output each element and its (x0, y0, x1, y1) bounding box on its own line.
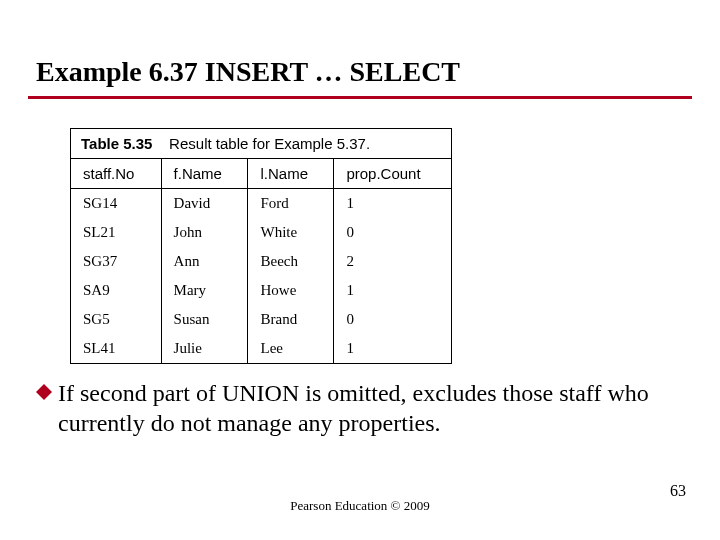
bullet-item: If second part of UNION is omitted, excl… (36, 378, 684, 438)
cell: Julie (161, 334, 248, 364)
cell: Beech (248, 247, 334, 276)
result-table-container: Table 5.35 Result table for Example 5.37… (70, 128, 452, 364)
table-caption-label: Table 5.35 (81, 135, 152, 152)
cell: David (161, 189, 248, 219)
table-caption-text: Result table for Example 5.37. (169, 135, 370, 152)
cell: Howe (248, 276, 334, 305)
table-row: SA9 Mary Howe 1 (71, 276, 452, 305)
diamond-bullet-icon (36, 384, 52, 400)
footer-text: Pearson Education © 2009 (0, 498, 720, 514)
cell: John (161, 218, 248, 247)
table-caption: Table 5.35 Result table for Example 5.37… (70, 128, 452, 158)
slide: Example 6.37 INSERT … SELECT Table 5.35 … (0, 0, 720, 540)
cell: 1 (334, 276, 452, 305)
table-header-row: staff.No f.Name l.Name prop.Count (71, 159, 452, 189)
cell: 1 (334, 334, 452, 364)
svg-marker-0 (36, 384, 52, 400)
title-underline (28, 96, 692, 99)
col-header: staff.No (71, 159, 162, 189)
cell: SA9 (71, 276, 162, 305)
page-number: 63 (670, 482, 686, 500)
cell: SL41 (71, 334, 162, 364)
cell: Mary (161, 276, 248, 305)
cell: 0 (334, 305, 452, 334)
cell: 1 (334, 189, 452, 219)
bullet-text: If second part of UNION is omitted, excl… (58, 378, 684, 438)
cell: SG5 (71, 305, 162, 334)
table-row: SG14 David Ford 1 (71, 189, 452, 219)
cell: Ford (248, 189, 334, 219)
col-header: f.Name (161, 159, 248, 189)
cell: Lee (248, 334, 334, 364)
cell: 0 (334, 218, 452, 247)
cell: Brand (248, 305, 334, 334)
slide-title: Example 6.37 INSERT … SELECT (36, 56, 460, 88)
cell: SG14 (71, 189, 162, 219)
table-row: SG37 Ann Beech 2 (71, 247, 452, 276)
cell: White (248, 218, 334, 247)
cell: Ann (161, 247, 248, 276)
table-row: SL21 John White 0 (71, 218, 452, 247)
cell: 2 (334, 247, 452, 276)
result-table: staff.No f.Name l.Name prop.Count SG14 D… (70, 158, 452, 364)
col-header: prop.Count (334, 159, 452, 189)
table-row: SL41 Julie Lee 1 (71, 334, 452, 364)
table-row: SG5 Susan Brand 0 (71, 305, 452, 334)
cell: SL21 (71, 218, 162, 247)
cell: Susan (161, 305, 248, 334)
cell: SG37 (71, 247, 162, 276)
col-header: l.Name (248, 159, 334, 189)
